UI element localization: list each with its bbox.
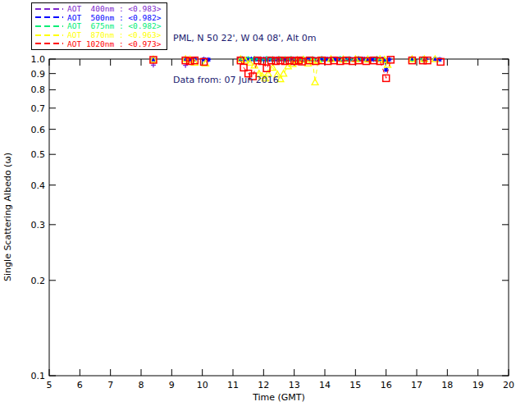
- y-tick-label: 0.5: [31, 149, 46, 160]
- legend-dash-sample: [35, 25, 63, 27]
- x-tick-label: 5: [47, 380, 52, 390]
- legend-dash-sample: [35, 8, 63, 10]
- y-tick-label: 0.7: [31, 103, 46, 114]
- x-tick-label: 9: [169, 380, 175, 390]
- legend-dash-sample: [35, 34, 63, 36]
- legend-entry-label: AOT 400nm : <0.983>: [67, 4, 161, 13]
- x-tick-label: 16: [381, 380, 392, 390]
- y-tick-label: 0.2: [31, 276, 46, 286]
- x-tick-label: 20: [503, 380, 514, 390]
- chart-title: PML, N 50 22', W 04 08', Alt 0m: [173, 31, 316, 45]
- legend-entry-label: AOT 1020nm : <0.973>: [67, 39, 161, 48]
- y-tick-label: 0.6: [31, 125, 46, 135]
- x-tick-label: 13: [289, 380, 300, 390]
- x-tick-label: 18: [441, 380, 453, 390]
- chart-page: 5678910111213141516171819201.00.90.80.70…: [0, 0, 525, 420]
- y-tick-label: 1.0: [31, 54, 46, 65]
- y-tick-label: 0.1: [31, 371, 46, 381]
- legend-entry-label: AOT 675nm : <0.982>: [67, 21, 161, 30]
- legend-entry-label: AOT 870nm : <0.963>: [67, 30, 161, 39]
- y-tick-label: 0.9: [31, 69, 46, 80]
- x-tick-label: 17: [411, 380, 422, 390]
- y-tick-label: 0.4: [31, 180, 46, 191]
- x-tick-label: 14: [319, 380, 331, 390]
- legend-entry: AOT 870nm : <0.963>: [32, 31, 167, 39]
- x-axis-label: Time (GMT): [0, 392, 525, 403]
- legend-entry: AOT 400nm : <0.983>: [32, 5, 167, 13]
- chart-subtitle: Data from: 07 Jun 2016: [173, 73, 316, 87]
- y-axis-label: Single Scattering Albedo (ω): [2, 115, 13, 320]
- x-tick-label: 6: [77, 380, 83, 390]
- legend-entry: AOT 500nm : <0.982>: [32, 13, 167, 21]
- x-tick-label: 10: [197, 380, 208, 390]
- x-tick-label: 11: [227, 380, 239, 390]
- x-tick-label: 7: [107, 380, 113, 390]
- y-tick-label: 0.8: [31, 84, 46, 95]
- legend-entry: AOT 675nm : <0.982>: [32, 22, 167, 30]
- legend-entry-label: AOT 500nm : <0.982>: [67, 13, 161, 22]
- legend-dash-sample: [35, 16, 63, 18]
- legend: AOT 400nm : <0.983>AOT 500nm : <0.982>AO…: [31, 2, 167, 50]
- y-tick-label: 0.3: [31, 220, 46, 231]
- x-tick-label: 19: [472, 380, 484, 390]
- x-tick-label: 12: [258, 380, 269, 390]
- legend-dash-sample: [35, 43, 63, 44]
- x-tick-label: 8: [139, 380, 144, 390]
- legend-entry: AOT 1020nm : <0.973>: [32, 39, 167, 48]
- x-tick-label: 15: [349, 380, 361, 390]
- title-block: PML, N 50 22', W 04 08', Alt 0m Data fro…: [173, 3, 316, 115]
